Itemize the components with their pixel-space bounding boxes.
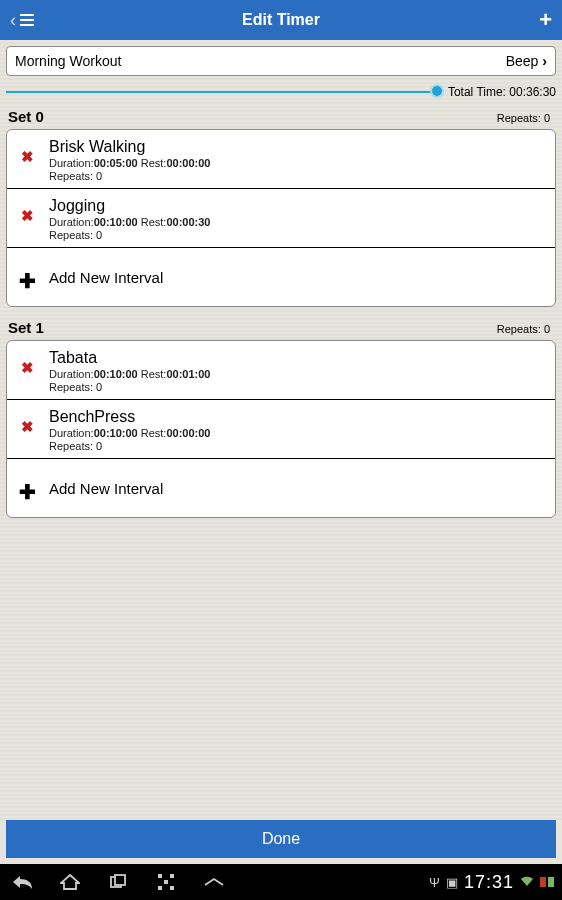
delete-interval-button[interactable]: ✖ <box>17 359 37 377</box>
svg-rect-5 <box>164 880 168 884</box>
storage-icon: ▣ <box>446 875 458 890</box>
add-interval-label: Add New Interval <box>49 480 545 497</box>
sets-container: Set 0Repeats: 0✖Brisk WalkingDuration:00… <box>6 106 556 518</box>
back-menu-button[interactable]: ‹ <box>10 10 34 31</box>
workout-title-row[interactable]: Morning Workout Beep › <box>6 46 556 76</box>
android-navbar: Ψ ▣ 17:31 <box>0 864 562 900</box>
app-header: ‹ Edit Timer + <box>0 0 562 40</box>
plus-icon: ✚ <box>19 480 36 504</box>
set-title: Set 0 <box>8 108 44 125</box>
delete-interval-button[interactable]: ✖ <box>17 418 37 436</box>
interval-repeats: Repeats: 0 <box>49 440 545 452</box>
add-interval-body: Add New Interval <box>49 480 545 498</box>
nav-home-button[interactable] <box>56 868 84 896</box>
sound-label: Beep <box>506 53 539 69</box>
status-icons: Ψ ▣ 17:31 <box>429 872 554 893</box>
plus-icon: + <box>539 7 552 32</box>
nav-expand-button[interactable] <box>200 868 228 896</box>
add-interval-body: Add New Interval <box>49 269 545 287</box>
content-area: Morning Workout Beep › Total Time: 00:36… <box>0 40 562 820</box>
delete-icon: ✖ <box>21 359 34 377</box>
svg-rect-3 <box>170 874 174 878</box>
interval-name: Jogging <box>49 197 545 215</box>
interval-name: Brisk Walking <box>49 138 545 156</box>
interval-row[interactable]: ✖BenchPressDuration:00:10:00 Rest:00:00:… <box>7 400 555 459</box>
set-repeats: Repeats: 0 <box>497 112 550 124</box>
svg-rect-2 <box>158 874 162 878</box>
plus-icon: ✚ <box>19 269 36 293</box>
interval-repeats: Repeats: 0 <box>49 381 545 393</box>
workout-name: Morning Workout <box>15 53 506 69</box>
add-set-button[interactable]: + <box>539 7 552 33</box>
delete-icon: ✖ <box>21 148 34 166</box>
battery-icon <box>540 877 554 887</box>
interval-row[interactable]: ✖JoggingDuration:00:10:00 Rest:00:00:30R… <box>7 189 555 248</box>
nav-recent-button[interactable] <box>104 868 132 896</box>
interval-meta: Duration:00:10:00 Rest:00:01:00 <box>49 368 545 380</box>
interval-row[interactable]: ✖Brisk WalkingDuration:00:05:00 Rest:00:… <box>7 130 555 189</box>
interval-repeats: Repeats: 0 <box>49 229 545 241</box>
done-button[interactable]: Done <box>6 820 556 858</box>
svg-rect-1 <box>115 875 125 885</box>
workout-sound: Beep › <box>506 53 547 69</box>
nav-back-button[interactable] <box>8 868 36 896</box>
interval-meta: Duration:00:10:00 Rest:00:00:30 <box>49 216 545 228</box>
set-card: ✖Brisk WalkingDuration:00:05:00 Rest:00:… <box>6 129 556 307</box>
delete-interval-button[interactable]: ✖ <box>17 207 37 225</box>
add-interval-button[interactable]: ✚ <box>17 480 37 504</box>
hamburger-icon <box>20 14 34 26</box>
delete-icon: ✖ <box>21 207 34 225</box>
interval-body: Brisk WalkingDuration:00:05:00 Rest:00:0… <box>49 138 545 182</box>
total-time-label: Total Time: 00:36:30 <box>448 85 556 99</box>
set-header[interactable]: Set 0Repeats: 0 <box>6 106 556 129</box>
add-interval-row[interactable]: ✚Add New Interval <box>7 248 555 306</box>
back-chevron-icon: ‹ <box>10 10 16 31</box>
interval-name: BenchPress <box>49 408 545 426</box>
interval-meta: Duration:00:10:00 Rest:00:00:00 <box>49 427 545 439</box>
interval-body: BenchPressDuration:00:10:00 Rest:00:00:0… <box>49 408 545 452</box>
set-header[interactable]: Set 1Repeats: 0 <box>6 317 556 340</box>
wifi-icon <box>520 875 534 890</box>
page-title: Edit Timer <box>0 11 562 29</box>
set-card: ✖TabataDuration:00:10:00 Rest:00:01:00Re… <box>6 340 556 518</box>
add-interval-row[interactable]: ✚Add New Interval <box>7 459 555 517</box>
interval-body: TabataDuration:00:10:00 Rest:00:01:00Rep… <box>49 349 545 393</box>
chevron-right-icon: › <box>542 53 547 69</box>
interval-meta: Duration:00:05:00 Rest:00:00:00 <box>49 157 545 169</box>
interval-name: Tabata <box>49 349 545 367</box>
interval-repeats: Repeats: 0 <box>49 170 545 182</box>
usb-icon: Ψ <box>429 875 440 890</box>
svg-rect-6 <box>170 886 174 890</box>
status-clock: 17:31 <box>464 872 514 893</box>
total-time-slider[interactable] <box>6 90 438 94</box>
interval-row[interactable]: ✖TabataDuration:00:10:00 Rest:00:01:00Re… <box>7 341 555 400</box>
set-title: Set 1 <box>8 319 44 336</box>
interval-body: JoggingDuration:00:10:00 Rest:00:00:30Re… <box>49 197 545 241</box>
add-interval-button[interactable]: ✚ <box>17 269 37 293</box>
delete-interval-button[interactable]: ✖ <box>17 148 37 166</box>
set-repeats: Repeats: 0 <box>497 323 550 335</box>
slider-thumb-icon[interactable] <box>430 84 444 98</box>
total-time-slider-row: Total Time: 00:36:30 <box>6 80 556 104</box>
svg-rect-4 <box>158 886 162 890</box>
add-interval-label: Add New Interval <box>49 269 545 286</box>
delete-icon: ✖ <box>21 418 34 436</box>
nav-screenshot-button[interactable] <box>152 868 180 896</box>
